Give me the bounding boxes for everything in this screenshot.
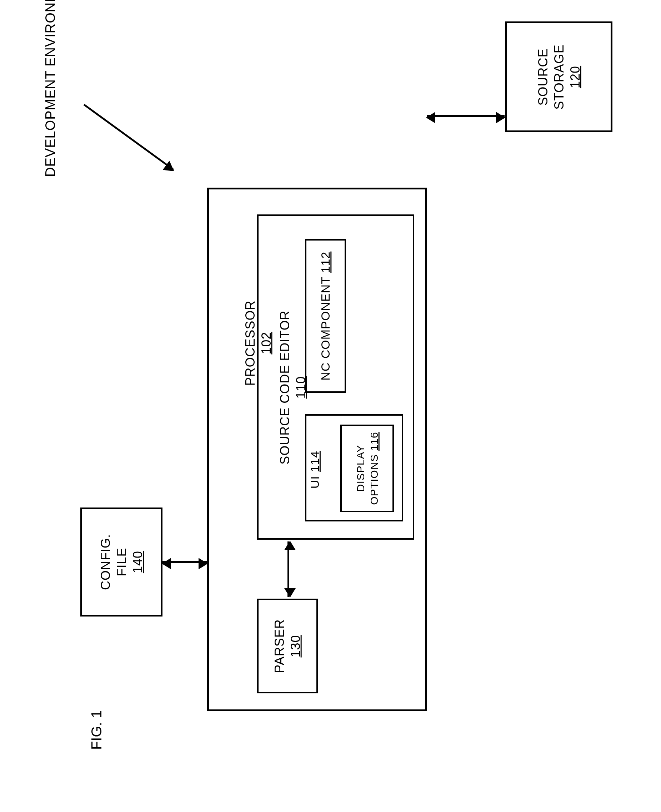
config-file-line2: FILE — [114, 548, 129, 576]
display-options-box: DISPLAY OPTIONS 116 — [340, 424, 394, 512]
source-storage-line2: STORAGE — [551, 44, 566, 109]
editor-label: SOURCE CODE EDITOR 110 — [277, 310, 309, 464]
source-code-editor-box: SOURCE CODE EDITOR 110 NC COMPONENT 112 … — [257, 215, 414, 540]
figure-caption: FIG. 1 — [89, 710, 105, 750]
source-storage-line1: SOURCE — [535, 48, 550, 106]
display-options-label: DISPLAY OPTIONS 116 — [354, 432, 381, 504]
nc-component-label: NC COMPONENT 112 — [318, 251, 333, 380]
parser-box: PARSER 130 — [257, 599, 318, 693]
config-file-num: 140 — [130, 551, 145, 573]
ui-label: UI 114 — [307, 451, 323, 488]
editor-label-wrap: SOURCE CODE EDITOR 110 — [216, 372, 370, 404]
parser-label-text: PARSER — [272, 619, 287, 673]
figure-title-text: DEVELOPMENT ENVIRONMENT — [43, 0, 58, 177]
processor-storage-arrow — [427, 115, 505, 117]
parser-label: PARSER 130 — [271, 619, 303, 673]
display-options-num: 116 — [368, 432, 380, 451]
processor-box: PROCESSOR 102 SOURCE CODE EDITOR 110 NC … — [207, 187, 427, 711]
title-arrow — [83, 104, 174, 170]
editor-label-text: SOURCE CODE EDITOR — [278, 310, 292, 464]
figure-canvas: DEVELOPMENT ENVIRONMENT 100 CONFIG. FILE… — [0, 0, 661, 812]
nc-component-text: NC COMPONENT — [319, 277, 332, 381]
config-processor-arrow — [163, 561, 207, 563]
display-options-line2: OPTIONS — [368, 454, 380, 505]
parser-num: 130 — [288, 635, 303, 657]
editor-parser-arrow — [287, 541, 289, 597]
ui-label-text: UI — [308, 476, 321, 488]
ui-box: UI 114 DISPLAY OPTIONS 116 — [305, 414, 403, 521]
config-file-box: CONFIG. FILE 140 — [80, 508, 163, 617]
config-file-label: CONFIG. FILE 140 — [97, 534, 146, 590]
source-storage-box: SOURCE STORAGE 120 — [505, 21, 612, 132]
ui-num: 114 — [308, 451, 321, 472]
source-storage-label: SOURCE STORAGE 120 — [535, 44, 583, 109]
ui-label-wrap: UI 114 — [296, 462, 334, 477]
source-storage-num: 120 — [567, 66, 582, 88]
display-options-line1: DISPLAY — [354, 445, 366, 492]
nc-component-num: 112 — [319, 251, 332, 273]
config-file-line1: CONFIG. — [98, 534, 113, 590]
nc-component-box: NC COMPONENT 112 — [305, 239, 346, 393]
figure-title: DEVELOPMENT ENVIRONMENT 100 — [43, 0, 58, 177]
